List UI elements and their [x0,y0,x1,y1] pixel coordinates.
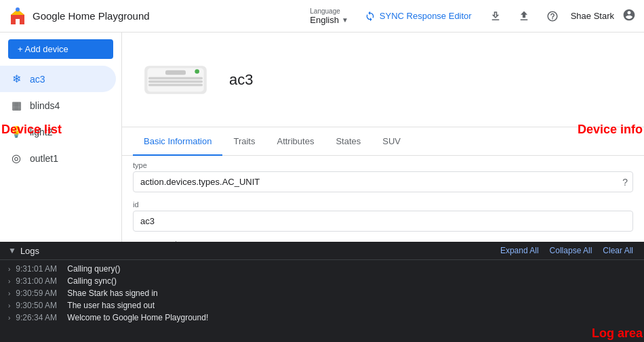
device-label-outlet1: outlet1 [30,153,58,164]
collapse-all-button[interactable]: Collapse All [547,244,595,257]
log-msg: Calling sync() [67,276,117,286]
log-msg: Welcome to Google Home Playground! [67,313,208,322]
id-field-label: id [133,200,633,209]
sync-icon [365,11,376,22]
id-field: id ac3 [133,200,633,232]
app-title: Google Home Playground [33,10,150,22]
log-msg: Calling query() [67,264,120,274]
sidebar-item-outlet1[interactable]: ◎outlet1 [0,145,116,171]
logs-section: ▼ Logs Expand All Collapse All Clear All… [0,242,644,342]
logs-chevron-icon: ▼ [8,246,16,255]
device-label-light2: light2 [30,127,52,137]
device-label-ac3: ac3 [30,74,45,85]
svg-rect-6 [148,77,203,79]
upload-icon-button[interactable] [485,6,506,26]
device-preview: ac3 [122,33,644,127]
svg-rect-5 [165,70,186,74]
tab-traits[interactable]: Traits [222,128,266,156]
main-layout: + Add device ❄ac3▦blinds4💡light2◎outlet1… [0,33,644,242]
logs-list: ›9:31:01 AMCalling query()›9:31:00 AMCal… [0,260,644,342]
logs-actions: Expand All Collapse All Clear All [498,244,636,257]
google-home-logo [8,7,27,26]
svg-rect-7 [148,80,203,82]
help-icon-button[interactable] [542,6,563,26]
tab-suv[interactable]: SUV [371,128,411,156]
add-device-label: + Add device [18,44,68,54]
log-expand-icon[interactable]: › [8,265,10,273]
device-preview-name: ac3 [229,71,253,89]
log-entry: ›9:30:59 AMShae Stark has signed in [0,287,644,299]
log-time: 9:31:00 AM [16,276,64,286]
device-icon-blinds4: ▦ [9,99,23,112]
id-field-value: ac3 [133,211,633,232]
tab-states[interactable]: States [325,128,371,156]
clear-all-button[interactable]: Clear All [600,244,636,257]
logs-header: ▼ Logs Expand All Collapse All Clear All [0,242,644,260]
log-expand-icon[interactable]: › [8,314,10,322]
sync-btn-label: SYNC Response Editor [380,11,472,21]
form-area: type action.devices.types.AC_UNIT ? id a… [122,156,644,242]
log-entry: ›9:26:34 AMWelcome to Google Home Playgr… [0,312,644,324]
account-icon [622,8,636,22]
sidebar-item-ac3[interactable]: ❄ac3 [0,66,116,92]
log-entry: ›9:30:50 AMThe user has signed out [0,299,644,312]
log-entry: ›9:31:00 AMCalling sync() [0,275,644,287]
log-time: 9:26:34 AM [16,313,64,322]
avatar-button[interactable] [622,8,636,24]
tabs-bar: Basic InformationTraitsAttributesStatesS… [122,127,644,156]
add-device-button[interactable]: + Add device [8,39,113,59]
log-time: 9:31:01 AM [16,264,64,274]
tab-basic-info[interactable]: Basic Information [133,128,222,156]
device-image [138,53,213,107]
log-time: 9:30:50 AM [16,301,64,310]
type-help-icon[interactable]: ? [622,177,628,188]
chevron-down-icon: ▼ [342,16,348,24]
device-icon-ac3: ❄ [9,72,23,85]
logo-area: Google Home Playground [8,7,150,26]
svg-rect-8 [148,83,203,85]
type-field-label: type [133,161,633,169]
type-field-value: action.devices.types.AC_UNIT [133,171,633,192]
user-name: Shae Stark [571,11,614,21]
log-time: 9:30:59 AM [16,288,64,298]
top-bar: Google Home Playground Language English … [0,0,644,33]
device-icon-light2: 💡 [9,125,23,138]
type-field: type action.devices.types.AC_UNIT ? [133,161,633,192]
logs-header-text: Logs [20,246,39,256]
language-selector[interactable]: Language English ▼ [310,7,348,25]
sidebar-item-light2[interactable]: 💡light2 [0,119,116,145]
svg-point-2 [16,7,20,12]
language-value: English [310,15,339,25]
download-icon [518,10,530,22]
device-list: ❄ac3▦blinds4💡light2◎outlet1 [0,66,121,171]
log-expand-icon[interactable]: › [8,302,10,309]
log-expand-icon[interactable]: › [8,290,10,297]
device-label-blinds4: blinds4 [30,100,60,111]
device-icon-outlet1: ◎ [9,152,23,165]
sidebar: + Add device ❄ac3▦blinds4💡light2◎outlet1 [0,33,122,242]
tab-attributes[interactable]: Attributes [266,128,325,156]
sidebar-item-blinds4[interactable]: ▦blinds4 [0,92,116,119]
log-expand-icon[interactable]: › [8,278,10,285]
download-icon-button[interactable] [514,6,534,26]
upload-icon [489,10,502,22]
sync-response-editor-button[interactable]: SYNC Response Editor [359,8,477,24]
log-msg: Shae Stark has signed in [67,288,157,298]
svg-point-9 [195,69,199,74]
question-icon [546,10,559,22]
content-area: ac3 Basic InformationTraitsAttributesSta… [122,33,644,242]
ac-unit-image [142,60,209,100]
log-entry: ›9:31:01 AMCalling query() [0,263,644,275]
expand-all-button[interactable]: Expand All [498,244,542,257]
log-msg: The user has signed out [67,301,155,310]
language-label: Language [310,7,340,15]
